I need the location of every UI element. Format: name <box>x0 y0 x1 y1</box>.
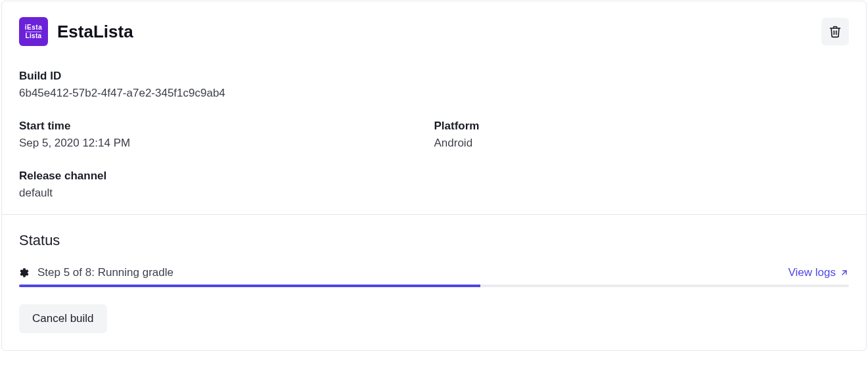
svg-line-0 <box>842 271 846 275</box>
status-row: Step 5 of 8: Running gradle View logs <box>19 266 849 279</box>
start-time-block: Start time Sep 5, 2020 12:14 PM <box>19 120 434 150</box>
platform-block: Platform Android <box>434 120 850 150</box>
delete-button[interactable] <box>821 18 849 45</box>
status-section: Status Step 5 of 8: Running gradle View … <box>2 215 866 350</box>
status-title: Status <box>19 232 849 249</box>
platform-value: Android <box>434 137 850 150</box>
platform-label: Platform <box>434 120 850 133</box>
header-section: iEsta Lista EstaLista Build ID 6b45e412-… <box>2 1 866 214</box>
gear-icon <box>19 267 30 278</box>
view-logs-link[interactable]: View logs <box>788 266 849 279</box>
progress-fill <box>19 285 480 287</box>
release-channel-block: Release channel default <box>19 170 434 200</box>
release-channel-value: default <box>19 187 434 200</box>
build-id-value: 6b45e412-57b2-4f47-a7e2-345f1c9c9ab4 <box>19 87 849 100</box>
external-link-icon <box>840 268 849 277</box>
status-left: Step 5 of 8: Running gradle <box>19 266 173 279</box>
build-card: iEsta Lista EstaLista Build ID 6b45e412-… <box>1 1 867 351</box>
status-step-text: Step 5 of 8: Running gradle <box>37 266 173 279</box>
app-title: EstaLista <box>57 22 133 42</box>
title-left: iEsta Lista EstaLista <box>19 17 133 46</box>
start-time-value: Sep 5, 2020 12:14 PM <box>19 137 434 150</box>
trash-icon <box>829 25 842 38</box>
cancel-build-button[interactable]: Cancel build <box>19 304 107 333</box>
info-grid: Build ID 6b45e412-57b2-4f47-a7e2-345f1c9… <box>19 70 849 200</box>
build-id-label: Build ID <box>19 70 849 83</box>
title-row: iEsta Lista EstaLista <box>19 17 849 46</box>
build-id-block: Build ID 6b45e412-57b2-4f47-a7e2-345f1c9… <box>19 70 849 100</box>
app-icon-line1: iEsta <box>25 24 42 31</box>
start-time-label: Start time <box>19 120 434 133</box>
release-channel-label: Release channel <box>19 170 434 183</box>
app-icon-line2: Lista <box>26 32 42 39</box>
app-icon: iEsta Lista <box>19 17 48 46</box>
view-logs-label: View logs <box>788 266 836 279</box>
progress-bar <box>19 285 849 287</box>
